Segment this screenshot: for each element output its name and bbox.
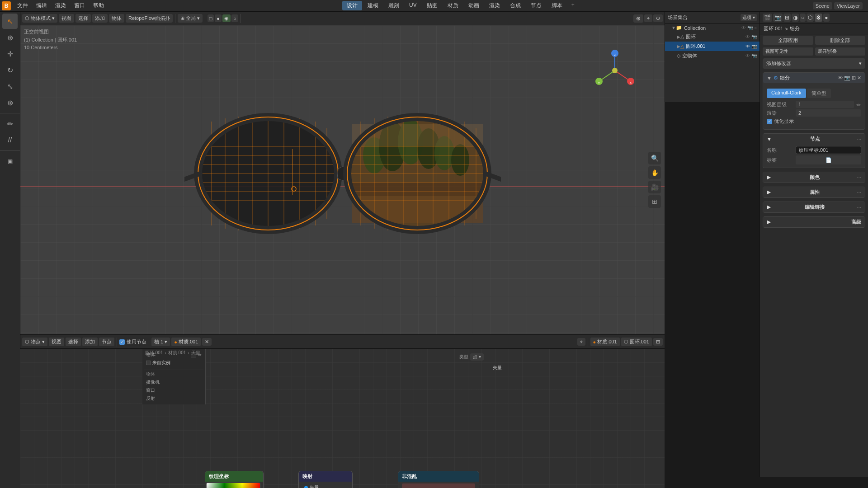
use-nodes-checkbox[interactable]: ✓ xyxy=(119,339,125,345)
tab-simple[interactable]: 简单型 xyxy=(807,89,831,98)
collection-arrow[interactable]: ▼ xyxy=(671,25,676,30)
modifier-close[interactable]: ✕ xyxy=(857,75,861,81)
tab-material[interactable]: 材质 xyxy=(443,1,463,10)
menu-file[interactable]: 文件 xyxy=(14,1,32,10)
viewport-mode-selector[interactable]: ⬡ 物体模式 ▾ xyxy=(22,14,57,23)
modifier-vis-real[interactable]: 👁 xyxy=(838,75,843,81)
node-ring-selector[interactable]: ⬡ 圆环.001 xyxy=(621,338,652,346)
ring-vis[interactable]: 👁 xyxy=(745,34,750,39)
scene-item-collection[interactable]: ▼ 📁 Collection 👁 📷 ○ xyxy=(665,23,760,32)
viewport-zoom-in[interactable]: 🔍 xyxy=(648,152,661,164)
tool-rotate[interactable]: ↻ xyxy=(2,62,18,78)
tool-move[interactable]: ✛ xyxy=(2,46,18,61)
prop-render-btn[interactable]: 📷 xyxy=(773,14,783,22)
node-content[interactable]: 物体: ✏ 来自实例 物体 摄像机 窗口 反射 xyxy=(20,349,665,488)
node-section-dots[interactable]: ··· xyxy=(857,136,861,142)
modifier-vis-render[interactable]: 📷 xyxy=(844,75,850,81)
viewport-propmode-toggle[interactable]: ⊙ xyxy=(653,14,663,22)
shade-solid[interactable]: ● xyxy=(215,14,222,22)
tab-uv[interactable]: UV xyxy=(405,1,421,10)
tool-annotate[interactable]: ✏ xyxy=(2,116,18,131)
prop-world-btn[interactable]: ○ xyxy=(800,14,806,22)
tab-catmull[interactable]: Catmull-Clark xyxy=(767,89,806,98)
tool-transform[interactable]: ⊕ xyxy=(2,95,18,110)
3d-viewport[interactable]: 正交前视图 (1) Collection | 圆环.001 10 Centime… xyxy=(20,25,665,334)
remove-all-btn[interactable]: 删除全部 xyxy=(815,36,866,45)
node-slot-selector[interactable]: 槽 1 ▾ xyxy=(151,338,170,346)
edit-links-dots[interactable]: ··· xyxy=(857,205,861,210)
tab-modeling[interactable]: 建模 xyxy=(363,1,383,10)
collection-render[interactable]: 📷 xyxy=(747,25,753,30)
view-levels-arrows[interactable]: ◂▸ xyxy=(856,102,861,108)
viewport-hand[interactable]: ✋ xyxy=(648,166,661,179)
viewport-object-btn[interactable]: 物体 xyxy=(109,14,124,23)
ring001-render[interactable]: 📷 xyxy=(751,44,757,49)
node-view-btn[interactable]: 视图 xyxy=(49,338,64,346)
menu-window[interactable]: 窗口 xyxy=(71,1,89,10)
menu-edit[interactable]: 编辑 xyxy=(33,1,51,10)
menu-render[interactable]: 渲染 xyxy=(52,1,70,10)
tool-scale[interactable]: ⤡ xyxy=(2,79,18,94)
node-close-btn[interactable]: ✕ xyxy=(202,338,212,346)
node-snap-btn[interactable]: ⌖ xyxy=(577,338,585,346)
modifier-expand2[interactable]: ⊞ xyxy=(852,75,856,81)
prop-material-btn[interactable]: ● xyxy=(823,14,829,22)
color-picker-gradient[interactable] xyxy=(206,483,260,488)
scene-selector[interactable]: Scene xyxy=(813,2,832,9)
viewport-overlay-btn[interactable]: ⊞ 全局 ▾ xyxy=(178,14,203,23)
node-section-header[interactable]: ▼ 节点 ··· xyxy=(763,134,865,144)
optimize-display-checkbox[interactable]: ✓ xyxy=(767,119,772,124)
empty-vis[interactable]: 👁 xyxy=(745,53,750,58)
node-mode-selector[interactable]: ⬡ 物点 ▾ xyxy=(22,338,47,346)
viewport-add-btn[interactable]: 添加 xyxy=(92,14,108,23)
viewport-view-btn[interactable]: 视图 xyxy=(59,14,74,23)
tab-animation[interactable]: 动画 xyxy=(464,1,484,10)
tool-cursor[interactable]: ⊕ xyxy=(2,30,18,45)
app-logo[interactable]: B xyxy=(2,1,11,10)
prop-object-btn[interactable]: ⬡ xyxy=(807,14,814,22)
tool-box[interactable]: ▣ xyxy=(2,154,18,169)
attributes-section-header[interactable]: ▶ 属性 ··· xyxy=(763,187,865,197)
attributes-dots[interactable]: ··· xyxy=(857,190,861,195)
collection-holdout[interactable]: ○ xyxy=(754,25,757,30)
add-modifier-btn[interactable]: 添加修改器 ▾ xyxy=(763,58,865,69)
prop-scene-btn[interactable]: 🎬 xyxy=(763,14,772,22)
shade-material[interactable]: ◉ xyxy=(222,14,231,22)
prop-output-btn[interactable]: ⊞ xyxy=(783,14,791,22)
scene-options-btn[interactable]: 选项 ▾ xyxy=(741,14,757,21)
ring-render[interactable]: 📷 xyxy=(751,34,757,39)
color-section-dots[interactable]: ··· xyxy=(857,175,861,180)
node-display-btn[interactable]: ⊞ xyxy=(653,338,663,346)
tab-texture[interactable]: 贴图 xyxy=(422,1,442,10)
viewport-grid-toggle[interactable]: ⊞ xyxy=(648,195,661,208)
tab-render[interactable]: 渲染 xyxy=(485,1,505,10)
tab-nodes[interactable]: 节点 xyxy=(526,1,546,10)
custom-instance-checkbox[interactable] xyxy=(146,361,151,365)
collection-vis[interactable]: 👁 xyxy=(741,25,746,30)
node-type-dropdown[interactable]: 点 ▾ xyxy=(470,353,484,361)
visible-btn[interactable]: 视图可见性 xyxy=(763,47,813,56)
tool-measure[interactable]: // xyxy=(2,132,18,148)
tab-scripting[interactable]: 脚本 xyxy=(547,1,567,10)
viewport-select-btn[interactable]: 选择 xyxy=(75,14,91,23)
tab-add[interactable]: + xyxy=(568,1,578,10)
modifier-expand-arrow[interactable]: ▼ xyxy=(767,75,772,81)
advanced-header[interactable]: ▶ 高级 xyxy=(763,217,865,227)
tab-compositing[interactable]: 合成 xyxy=(505,1,525,10)
socket-vec-in[interactable] xyxy=(304,486,308,488)
node-add-btn[interactable]: 添加 xyxy=(82,338,98,346)
viewport-gizmo-toggle[interactable]: ⊕ xyxy=(633,14,643,23)
node-name-input[interactable] xyxy=(796,146,861,154)
menu-help[interactable]: 帮助 xyxy=(90,1,108,10)
shade-wire[interactable]: □ xyxy=(208,14,214,22)
node-select-btn[interactable]: 选择 xyxy=(66,338,81,346)
prop-modifier-btn[interactable]: ⚙ xyxy=(815,14,822,22)
edit-links-header[interactable]: ▶ 编辑链接 ··· xyxy=(763,202,865,212)
viewport-camera[interactable]: 🎥 xyxy=(648,181,661,193)
ring001-arrow[interactable]: ▶ xyxy=(677,44,680,49)
ring001-vis[interactable]: 👁 xyxy=(745,44,750,49)
apply-all-btn[interactable]: 全部应用 xyxy=(763,36,813,45)
scene-item-empty[interactable]: ◇ 空物体 👁 📷 xyxy=(665,51,760,61)
scene-item-ring[interactable]: ▶ △ 圆环 👁 📷 xyxy=(665,32,760,42)
view-levels-value[interactable]: 1 xyxy=(796,101,854,108)
